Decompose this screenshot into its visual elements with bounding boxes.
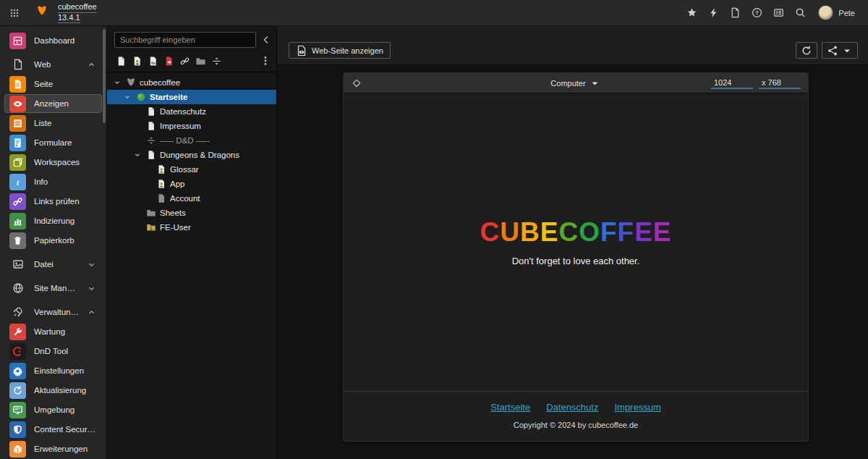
sidebar-item-workspaces[interactable]: Workspaces: [4, 153, 102, 172]
sidebar-item-label: Links prüfen: [34, 197, 97, 206]
tree-node[interactable]: ----- D&D -----: [107, 133, 276, 148]
page-tree-panel: cubecoffeeStartseiteDatenschutzImpressum…: [107, 26, 277, 459]
new-external-link-page-icon[interactable]: [163, 55, 179, 67]
sidebar-item-label: Indizierung: [34, 216, 97, 225]
sidebar-item-label: Einstellungen: [34, 366, 97, 375]
chevron-down-icon[interactable]: [133, 151, 142, 159]
tree-node[interactable]: FE-User: [107, 220, 276, 235]
tree-node[interactable]: Glossar: [107, 162, 276, 177]
sidebar-item-seite[interactable]: Seite: [4, 75, 102, 93]
system-information-icon[interactable]: [767, 0, 789, 25]
tree-node-label: Sheets: [160, 209, 186, 217]
sidebar-item-anzeigen[interactable]: Anzeigen: [4, 94, 102, 113]
wartung-icon: [9, 324, 26, 340]
tree-node[interactable]: Startseite: [107, 90, 276, 104]
search-icon[interactable]: [789, 0, 811, 25]
share-button[interactable]: [822, 42, 858, 59]
umgebung-icon: [9, 402, 26, 418]
caret-down-icon: [590, 77, 601, 89]
sidebar-item-info[interactable]: iInfo: [4, 172, 102, 191]
device-preset-dropdown[interactable]: Computer: [550, 77, 600, 89]
collapse-tree-button[interactable]: [260, 32, 272, 48]
tree-node[interactable]: cubecoffee: [107, 75, 276, 90]
caret-down-icon: [841, 45, 853, 56]
sidebar-item-papierkorb[interactable]: Papierkorb: [4, 231, 102, 250]
sidebar-item-web[interactable]: Web: [4, 55, 102, 74]
tree-node[interactable]: Dungeons & Dragons: [107, 148, 276, 162]
sidebar-item-dnd-tool[interactable]: DnD Tool: [4, 342, 102, 361]
new-link-icon[interactable]: [179, 55, 195, 67]
top-bar: cubecoffee 13.4.1 ? Pete: [0, 0, 868, 26]
sidebar-item-umgebung[interactable]: Umgebung: [4, 400, 102, 419]
tagline: Don't forget to love each other.: [512, 256, 640, 266]
module-body: Computer 1024 x 768 CUBECOFFEE Don't for…: [277, 65, 868, 459]
new-page-icon[interactable]: [116, 55, 132, 67]
new-mountpoint-page-icon[interactable]: [148, 55, 163, 67]
preview-toolbar: Computer 1024 x 768: [344, 73, 808, 93]
tree-node[interactable]: Impressum: [107, 119, 276, 133]
site-management-icon: [9, 280, 26, 297]
info-icon: i: [9, 174, 26, 190]
tree-node-label: Dungeons & Dragons: [160, 151, 239, 159]
footer-link-startseite[interactable]: Startseite: [490, 402, 530, 413]
logo-letter: B: [520, 217, 540, 247]
help-icon[interactable]: ?: [746, 0, 767, 25]
chevron-up-icon: [88, 61, 95, 69]
aktualisierung-icon: [9, 382, 26, 399]
links-pruefen-icon: [9, 193, 26, 210]
pageW-icon: [145, 121, 156, 131]
tree-more-menu[interactable]: [259, 55, 272, 67]
view-webpage-button[interactable]: Web-Seite anzeigen: [289, 42, 391, 59]
footer-link-datenschutz[interactable]: Datenschutz: [546, 402, 598, 413]
sidebar-item-aktualisierung[interactable]: Aktualisierung: [4, 381, 102, 400]
sidebar-item-indizierung[interactable]: Indizierung: [4, 211, 102, 230]
sidebar-item-content-security-policy[interactable]: Content Security Policy: [4, 420, 102, 439]
sidebar-item-label: Wartung: [34, 327, 97, 336]
sidebar-item-label: Aktualisierung: [34, 386, 97, 395]
tree-node[interactable]: Datenschutz: [107, 104, 276, 119]
sidebar-item-label: Anzeigen: [34, 99, 97, 108]
tree-node[interactable]: Account: [107, 191, 276, 206]
einstellungen-icon: [9, 363, 26, 379]
sidebar-item-label: Papierkorb: [34, 236, 97, 245]
new-document-icon[interactable]: [724, 0, 746, 25]
tree-search-input[interactable]: [114, 32, 256, 48]
spacer-icon: [145, 135, 156, 146]
sidebar-item-dashboard[interactable]: Dashboard: [4, 31, 102, 50]
sidebar-item-erweiterungen[interactable]: Erweiterungen: [4, 439, 102, 458]
dnd-tool-icon: [9, 343, 26, 360]
refresh-button[interactable]: [796, 42, 817, 59]
anzeigen-icon: [9, 96, 26, 112]
preview-width-input[interactable]: 1024: [711, 77, 753, 89]
sidebar-item-einstellungen[interactable]: Einstellungen: [4, 361, 102, 380]
module-sidebar: DashboardWebSeiteAnzeigenListeFormulareW…: [0, 26, 107, 459]
site-brand[interactable]: cubecoffee 13.4.1: [29, 0, 104, 25]
new-spacer-icon[interactable]: [211, 55, 227, 67]
bookmark-star-icon[interactable]: [681, 0, 702, 25]
globeGreen-icon: [135, 92, 146, 102]
sidebar-item-wartung[interactable]: Wartung: [4, 322, 102, 341]
tree-node-label: Account: [170, 194, 200, 203]
sidebar-item-links-pruefen[interactable]: Links prüfen: [4, 192, 102, 211]
sidebar-item-datei[interactable]: Datei: [4, 255, 102, 274]
new-folder-icon[interactable]: [195, 55, 211, 67]
user-menu[interactable]: Pete: [811, 0, 859, 25]
tree-node[interactable]: Sheets: [107, 206, 276, 220]
rotate-device-icon[interactable]: [351, 77, 362, 89]
clear-cache-icon[interactable]: [702, 0, 724, 25]
chevron-down-icon[interactable]: [113, 79, 122, 86]
sidebar-item-site-management[interactable]: Site Management: [4, 279, 102, 298]
sidebar-item-verwaltungswerkzeuge[interactable]: Verwaltungswerkz...: [4, 303, 102, 321]
sidebar-item-liste[interactable]: Liste: [4, 114, 102, 132]
new-shortcut-page-icon[interactable]: [132, 55, 148, 67]
sidebar-scrollbar[interactable]: [103, 29, 106, 123]
sidebar-item-formulare[interactable]: Formulare: [4, 133, 102, 152]
seite-icon: [9, 76, 26, 93]
module-menu-toggle[interactable]: [0, 0, 29, 25]
chevron-down-icon[interactable]: [123, 93, 132, 101]
preview-height-input[interactable]: x 768: [759, 77, 801, 89]
logo-letter: E: [634, 217, 653, 247]
liste-icon: [9, 115, 26, 132]
footer-link-impressum[interactable]: Impressum: [614, 402, 660, 413]
tree-node[interactable]: App: [107, 177, 276, 191]
